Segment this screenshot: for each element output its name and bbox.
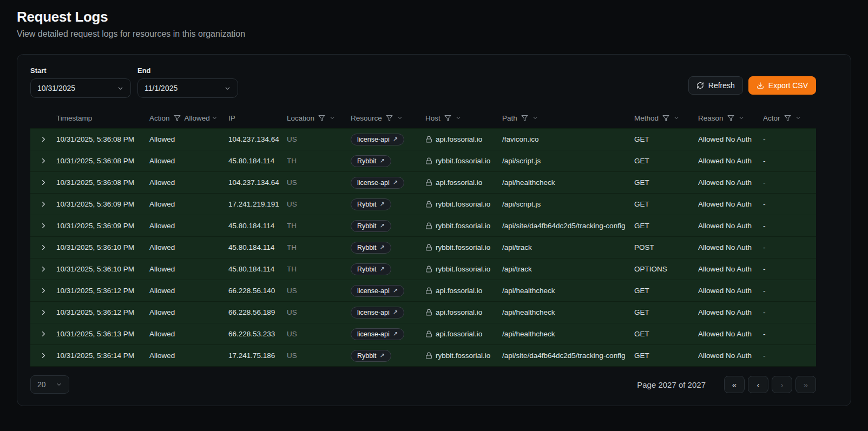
cell-reason: Allowed No Auth — [698, 222, 763, 230]
cell-actor: - — [763, 308, 816, 316]
chevron-right-icon — [40, 200, 48, 208]
cell-location: US — [287, 178, 351, 187]
host-chevron-down-icon[interactable] — [455, 115, 462, 121]
external-link-icon: ↗ — [393, 330, 398, 337]
action-filter-select[interactable]: Allowed — [185, 114, 218, 122]
chevron-right-icon — [40, 135, 48, 143]
expand-row-button[interactable] — [38, 242, 49, 253]
expand-row-button[interactable] — [38, 329, 49, 339]
resource-badge[interactable]: license-api ↗ — [351, 307, 404, 319]
chevron-down-icon — [56, 381, 62, 388]
cell-timestamp: 10/31/2025, 5:36:13 PM — [56, 330, 149, 338]
column-header-ip: IP — [228, 114, 287, 122]
resource-chevron-down-icon[interactable] — [397, 115, 403, 121]
actor-filter-icon[interactable] — [784, 115, 791, 122]
cell-actor: - — [763, 287, 816, 295]
host-filter-icon[interactable] — [444, 115, 451, 122]
expand-row-button[interactable] — [38, 177, 49, 188]
table-row[interactable]: 10/31/2025, 5:36:08 PM Allowed 45.80.184… — [30, 150, 816, 171]
resource-badge[interactable]: license-api ↗ — [351, 285, 404, 297]
table-row[interactable]: 10/31/2025, 5:36:09 PM Allowed 17.241.21… — [30, 193, 816, 215]
column-header-method: Method — [634, 114, 698, 122]
resource-badge[interactable]: Rybbit ↗ — [351, 263, 391, 275]
resource-badge[interactable]: license-api ↗ — [351, 177, 404, 189]
resource-badge[interactable]: license-api ↗ — [351, 134, 404, 145]
expand-row-button[interactable] — [38, 221, 49, 231]
table-body: 10/31/2025, 5:36:08 PM Allowed 104.237.1… — [30, 128, 816, 367]
cell-reason: Allowed No Auth — [698, 308, 763, 316]
cell-resource: license-api ↗ — [351, 328, 425, 340]
resource-badge[interactable]: Rybbit ↗ — [351, 198, 391, 210]
cell-method: GET — [634, 157, 698, 165]
chevron-right-icon — [40, 243, 48, 251]
next-page-button[interactable]: › — [772, 376, 792, 393]
toolbar-buttons: Refresh Export CSV — [688, 76, 816, 95]
cell-reason: Allowed No Auth — [698, 243, 763, 251]
table-row[interactable]: 10/31/2025, 5:36:09 PM Allowed 45.80.184… — [30, 215, 816, 236]
expand-row-button[interactable] — [38, 264, 49, 274]
location-filter-icon[interactable] — [318, 115, 325, 122]
end-date-value: 11/1/2025 — [144, 84, 177, 92]
method-filter-icon[interactable] — [662, 115, 669, 122]
cell-path: /api/healthcheck — [502, 330, 634, 338]
table-row[interactable]: 10/31/2025, 5:36:12 PM Allowed 66.228.56… — [30, 280, 816, 301]
cell-location: US — [287, 308, 351, 316]
path-chevron-down-icon[interactable] — [532, 115, 538, 121]
page-size-select[interactable]: 20 — [30, 375, 69, 394]
method-chevron-down-icon[interactable] — [673, 115, 680, 121]
export-csv-button[interactable]: Export CSV — [748, 76, 816, 95]
table-row[interactable]: 10/31/2025, 5:36:10 PM Allowed 45.80.184… — [30, 236, 816, 258]
refresh-button[interactable]: Refresh — [688, 76, 743, 95]
cell-method: GET — [634, 330, 698, 338]
expand-row-button[interactable] — [38, 307, 49, 317]
table-row[interactable]: 10/31/2025, 5:36:13 PM Allowed 66.228.53… — [30, 323, 816, 344]
resource-filter-icon[interactable] — [386, 115, 393, 122]
expand-row-button[interactable] — [38, 286, 49, 296]
table-row[interactable]: 10/31/2025, 5:36:14 PM Allowed 17.241.75… — [30, 344, 816, 366]
resource-name: Rybbit — [357, 352, 376, 360]
cell-actor: - — [763, 243, 816, 251]
lock-icon — [425, 157, 432, 164]
expand-row-button[interactable] — [38, 350, 49, 361]
expand-row-button[interactable] — [38, 199, 49, 209]
chevrons-left-icon: « — [732, 380, 737, 389]
cell-resource: Rybbit ↗ — [351, 198, 425, 210]
cell-actor: - — [763, 265, 816, 273]
expand-row-button[interactable] — [38, 156, 49, 166]
lock-icon — [425, 309, 432, 316]
resource-badge[interactable]: Rybbit ↗ — [351, 350, 391, 362]
resource-badge[interactable]: Rybbit ↗ — [351, 155, 391, 167]
cell-location: US — [287, 200, 351, 208]
table-row[interactable]: 10/31/2025, 5:36:08 PM Allowed 104.237.1… — [30, 171, 816, 193]
chevron-right-icon — [40, 287, 48, 295]
start-date-select[interactable]: 10/31/2025 — [30, 78, 131, 98]
actor-chevron-down-icon[interactable] — [795, 115, 801, 121]
row-expander-cell — [30, 221, 56, 231]
first-page-button[interactable]: « — [724, 376, 745, 393]
resource-badge[interactable]: license-api ↗ — [351, 328, 404, 340]
path-filter-icon[interactable] — [521, 115, 528, 122]
previous-page-button[interactable]: ‹ — [748, 376, 768, 393]
end-date-select[interactable]: 11/1/2025 — [137, 78, 238, 98]
cell-action: Allowed — [149, 352, 228, 360]
cell-host: rybbit.fossorial.io — [425, 352, 502, 360]
table-row[interactable]: 10/31/2025, 5:36:08 PM Allowed 104.237.1… — [30, 128, 816, 150]
cell-resource: Rybbit ↗ — [351, 263, 425, 275]
resource-badge[interactable]: Rybbit ↗ — [351, 242, 391, 254]
last-page-button[interactable]: » — [795, 376, 816, 393]
cell-location: US — [287, 135, 351, 143]
table-row[interactable]: 10/31/2025, 5:36:12 PM Allowed 66.228.56… — [30, 301, 816, 323]
location-chevron-down-icon[interactable] — [329, 115, 336, 121]
column-header-path: Path — [502, 114, 634, 122]
cell-path: /api/site/da4fb64dc2d5/tracking-config — [502, 222, 634, 230]
reason-filter-icon[interactable] — [727, 115, 734, 122]
toolbar: Start 10/31/2025 End 11/1/2025 — [30, 67, 816, 98]
resource-name: license-api — [357, 309, 390, 316]
expand-row-button[interactable] — [38, 134, 49, 144]
cell-action: Allowed — [149, 157, 228, 165]
table-row[interactable]: 10/31/2025, 5:36:10 PM Allowed 45.80.184… — [30, 258, 816, 280]
reason-chevron-down-icon[interactable] — [738, 115, 745, 121]
action-filter-icon[interactable] — [174, 115, 181, 122]
resource-badge[interactable]: Rybbit ↗ — [351, 220, 391, 232]
cell-path: /api/site/da4fb64dc2d5/tracking-config — [502, 352, 634, 360]
